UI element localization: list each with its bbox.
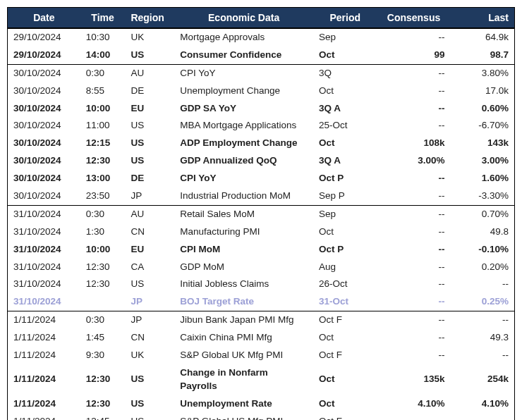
cell: -- <box>377 223 451 241</box>
cell: -- <box>377 259 451 276</box>
col-consensus: Consensus <box>377 8 451 29</box>
table-row: 1/11/202413:45USS&P Global US Mfg PMIOct… <box>8 413 515 420</box>
table-row: 31/10/202412:30USInitial Jobless Claims2… <box>8 276 515 293</box>
cell: -- <box>377 28 451 47</box>
cell: 1/11/2024 <box>8 329 80 347</box>
cell: 3.80% <box>450 64 514 82</box>
cell: Oct <box>313 395 377 413</box>
cell: 29/10/2024 <box>8 28 80 47</box>
cell: 64.9k <box>450 28 514 47</box>
cell: 10:30 <box>80 28 126 47</box>
cell: 3Q <box>313 64 377 82</box>
cell: Sep <box>313 28 377 47</box>
table-row: 1/11/202412:30USChange in Nonfarm Payrol… <box>8 364 515 395</box>
table-row: 31/10/202410:00EUCPI MoMOct P---0.10% <box>8 241 515 259</box>
cell: US <box>125 47 174 64</box>
cell: 3.00% <box>450 152 514 170</box>
cell: -3.30% <box>450 187 514 205</box>
cell: Oct <box>313 364 377 395</box>
cell: Unemployment Change <box>174 82 313 100</box>
cell: 13:00 <box>80 170 126 187</box>
cell: 254k <box>450 364 514 395</box>
cell: JP <box>125 187 174 205</box>
cell: MBA Mortgage Applications <box>174 117 313 135</box>
cell: 30/10/2024 <box>8 82 80 100</box>
cell: 0.25% <box>450 293 514 311</box>
cell: 30/10/2024 <box>8 64 80 82</box>
cell: 11:00 <box>80 117 126 135</box>
cell: Jibun Bank Japan PMI Mfg <box>174 311 313 329</box>
cell: 143k <box>450 135 514 152</box>
cell: 30/10/2024 <box>8 152 80 170</box>
cell: -- <box>377 311 451 329</box>
cell: 31/10/2024 <box>8 276 80 293</box>
cell: 8:55 <box>80 82 126 100</box>
cell: CPI YoY <box>174 64 313 82</box>
cell: 13:45 <box>80 413 126 420</box>
cell: 12:30 <box>80 395 126 413</box>
cell: Oct F <box>313 347 377 364</box>
cell: Oct <box>313 47 377 64</box>
table-row: 31/10/2024JPBOJ Target Rate31-Oct--0.25% <box>8 293 515 311</box>
cell: Mortgage Approvals <box>174 28 313 47</box>
cell: 99 <box>377 47 451 64</box>
cell: 1/11/2024 <box>8 364 80 395</box>
table-row: 1/11/20240:30JPJibun Bank Japan PMI MfgO… <box>8 311 515 329</box>
cell: -- <box>377 276 451 293</box>
cell: Oct P <box>313 241 377 259</box>
economic-calendar-table: Date Time Region Economic Data Period Co… <box>7 7 515 420</box>
cell: Oct <box>313 223 377 241</box>
cell: Sep P <box>313 187 377 205</box>
cell: US <box>125 152 174 170</box>
cell: Aug <box>313 259 377 276</box>
cell: 23:50 <box>80 187 126 205</box>
cell: -- <box>377 64 451 82</box>
cell: -6.70% <box>450 117 514 135</box>
cell: 31-Oct <box>313 293 377 311</box>
cell: -- <box>450 311 514 329</box>
cell: 10:00 <box>80 241 126 259</box>
cell: UK <box>125 28 174 47</box>
cell: GDP MoM <box>174 259 313 276</box>
cell: 26-Oct <box>313 276 377 293</box>
cell: -- <box>377 329 451 347</box>
cell: ADP Employment Change <box>174 135 313 152</box>
col-period: Period <box>313 8 377 29</box>
cell: Manufacturing PMI <box>174 223 313 241</box>
cell: Oct <box>313 82 377 100</box>
cell: -- <box>377 293 451 311</box>
cell: US <box>125 117 174 135</box>
col-last: Last <box>450 8 514 29</box>
cell: Oct F <box>313 413 377 420</box>
cell: -- <box>377 187 451 205</box>
cell: S&P Global UK Mfg PMI <box>174 347 313 364</box>
cell: JP <box>125 293 174 311</box>
cell: US <box>125 135 174 152</box>
cell: 10:00 <box>80 100 126 118</box>
table-row: 30/10/202412:30USGDP Annualized QoQ3Q A3… <box>8 152 515 170</box>
cell: -- <box>377 170 451 187</box>
table-row: 30/10/202413:00DECPI YoYOct P--1.60% <box>8 170 515 187</box>
cell: Initial Jobless Claims <box>174 276 313 293</box>
col-time: Time <box>80 8 126 29</box>
table-row: 1/11/202412:30USUnemployment RateOct4.10… <box>8 395 515 413</box>
cell: 0.60% <box>450 100 514 118</box>
cell: BOJ Target Rate <box>174 293 313 311</box>
cell: GDP SA YoY <box>174 100 313 118</box>
cell: CA <box>125 259 174 276</box>
cell: 14:00 <box>80 47 126 64</box>
cell: 31/10/2024 <box>8 223 80 241</box>
cell: 12:30 <box>80 364 126 395</box>
table-row: 30/10/20248:55DEUnemployment ChangeOct--… <box>8 82 515 100</box>
cell: AU <box>125 205 174 223</box>
cell: -- <box>450 276 514 293</box>
cell: 1/11/2024 <box>8 311 80 329</box>
cell: 30/10/2024 <box>8 100 80 118</box>
cell: -- <box>377 117 451 135</box>
table-row: 30/10/202423:50JPIndustrial Production M… <box>8 187 515 205</box>
table-row: 30/10/202411:00USMBA Mortgage Applicatio… <box>8 117 515 135</box>
cell: 31/10/2024 <box>8 293 80 311</box>
cell: DE <box>125 170 174 187</box>
cell: 1/11/2024 <box>8 413 80 420</box>
cell: Industrial Production MoM <box>174 187 313 205</box>
